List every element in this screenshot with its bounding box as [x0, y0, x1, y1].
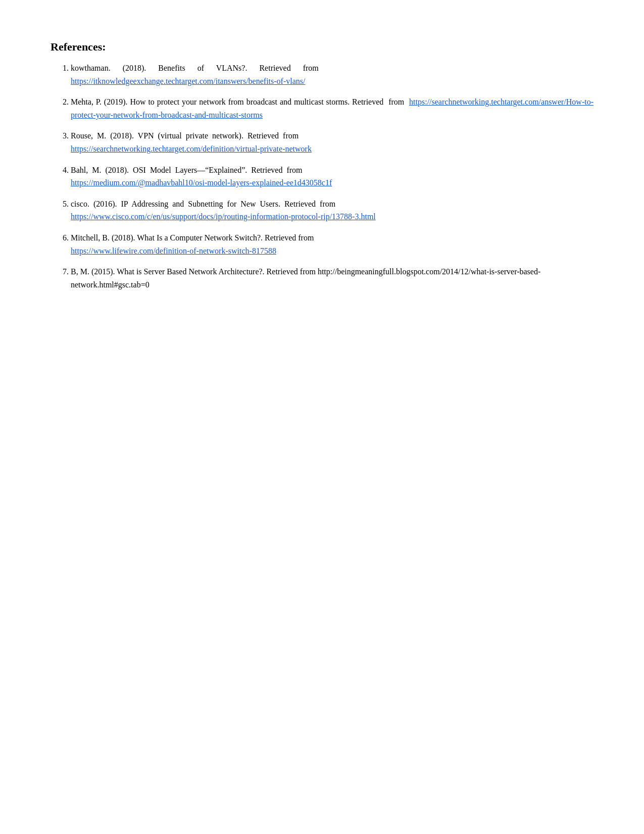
- reference-link-5[interactable]: https://www.cisco.com/c/en/us/support/do…: [71, 212, 376, 221]
- ref-text: Mitchell, B. (2018). What Is a Computer …: [71, 233, 314, 255]
- reference-link-6[interactable]: https://www.lifewire.com/definition-of-n…: [71, 247, 276, 255]
- list-item: Mehta, P. (2019). How to protect your ne…: [71, 95, 593, 121]
- ref-text: Bahl, M. (2018). OSI Model Layers—“Expla…: [71, 166, 332, 187]
- reference-link-1[interactable]: https://itknowledgeexchange.techtarget.c…: [71, 77, 305, 85]
- reference-link-2[interactable]: https://searchnetworking.techtarget.com/…: [71, 97, 593, 119]
- references-heading: References:: [51, 40, 593, 54]
- list-item: Mitchell, B. (2018). What Is a Computer …: [71, 231, 593, 257]
- list-item: Rouse, M. (2018). VPN (virtual private n…: [71, 129, 593, 155]
- list-item: cisco. (2016). IP Addressing and Subnett…: [71, 198, 593, 223]
- ref-text: kowthaman. (2018). Benefits of VLANs?. R…: [71, 64, 319, 85]
- page: References: kowthaman. (2018). Benefits …: [0, 0, 644, 834]
- ref-text: Mehta, P. (2019). How to protect your ne…: [71, 97, 593, 119]
- reference-link-4[interactable]: https://medium.com/@madhavbahl10/osi-mod…: [71, 178, 332, 187]
- list-item: kowthaman. (2018). Benefits of VLANs?. R…: [71, 62, 593, 87]
- list-item: B, M. (2015). What is Server Based Netwo…: [71, 265, 593, 291]
- list-item: Bahl, M. (2018). OSI Model Layers—“Expla…: [71, 164, 593, 189]
- reference-link-3[interactable]: https://searchnetworking.techtarget.com/…: [71, 144, 312, 153]
- ref-text: B, M. (2015). What is Server Based Netwo…: [71, 267, 540, 289]
- ref-text: cisco. (2016). IP Addressing and Subnett…: [71, 200, 376, 221]
- ref-text: Rouse, M. (2018). VPN (virtual private n…: [71, 131, 312, 153]
- references-list: kowthaman. (2018). Benefits of VLANs?. R…: [51, 62, 593, 291]
